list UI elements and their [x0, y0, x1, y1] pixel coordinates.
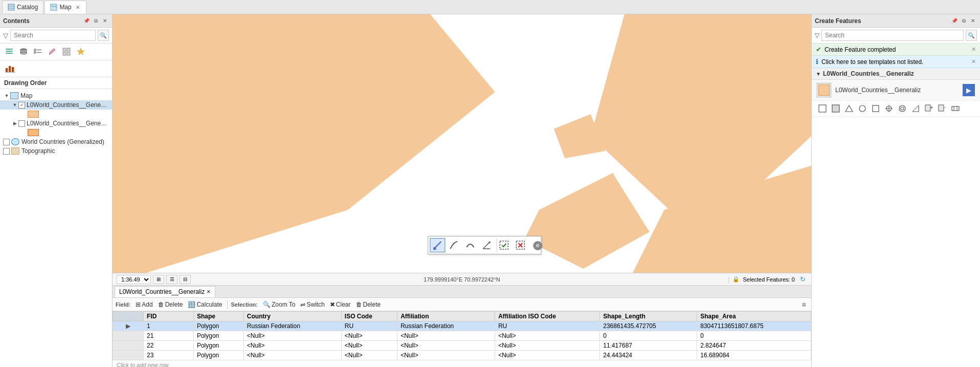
col-header-country[interactable]: Country: [243, 312, 341, 321]
scale-btn1[interactable]: ⊞: [153, 275, 164, 284]
cf-tool-rect[interactable]: [830, 103, 841, 114]
col-header-shape-length[interactable]: Shape_Length: [600, 312, 697, 321]
col-header-arrow: [113, 312, 144, 321]
create-features-header: Create Features 📌 ⧉ ✕: [812, 14, 980, 28]
delete-field-btn[interactable]: 🗑 Delete: [156, 299, 185, 310]
panel-undock-btn[interactable]: ⧉: [92, 17, 100, 25]
selection-label: Selection:: [231, 301, 258, 308]
star-btn[interactable]: [75, 46, 87, 58]
cf-tool-angle[interactable]: [910, 103, 921, 114]
contents-search-input[interactable]: [10, 30, 96, 41]
col-header-fid[interactable]: FID: [144, 312, 194, 321]
tree-checkbox-world[interactable]: [3, 139, 10, 145]
cf-tool-square[interactable]: [870, 103, 881, 114]
cf-tool-export[interactable]: [937, 103, 948, 114]
table-toolbar: Field: ⊞ Add 🗑 Delete 🔢 Calculate Select…: [113, 298, 811, 311]
success-close-btn[interactable]: ✕: [971, 46, 976, 53]
col-header-shape-area[interactable]: Shape_Area: [697, 312, 811, 321]
col-header-iso[interactable]: ISO Code: [341, 312, 397, 321]
cf-tool-triangle[interactable]: [843, 103, 855, 114]
delete-selection-btn[interactable]: 🗑 Delete: [354, 299, 383, 310]
check-filter-btn[interactable]: [32, 46, 44, 58]
tree-expand-l0world2[interactable]: ▶: [11, 120, 18, 127]
right-pin-btn[interactable]: 📌: [950, 17, 959, 25]
col-header-affiliation[interactable]: Affiliation: [397, 312, 495, 321]
cf-tool-circle[interactable]: [857, 103, 868, 114]
col-header-affil-iso[interactable]: Affiliation ISO Code: [495, 312, 600, 321]
map-tab-close[interactable]: ✕: [75, 4, 81, 10]
right-undock-btn[interactable]: ⧉: [960, 17, 968, 25]
scale-btn2[interactable]: ☰: [166, 275, 177, 284]
chart-icon[interactable]: [4, 62, 16, 75]
map-container[interactable]: ⚙: [113, 14, 811, 273]
drawing-settings-btn[interactable]: ⚙: [533, 241, 542, 250]
tree-expand-map[interactable]: ▼: [3, 92, 10, 99]
cf-search-btn[interactable]: 🔍: [966, 30, 977, 41]
cf-tool-pointer[interactable]: [817, 103, 828, 114]
section-expand-icon[interactable]: ▼: [816, 71, 821, 77]
refresh-btn[interactable]: ↻: [798, 275, 807, 284]
list-view-btn[interactable]: [3, 46, 15, 58]
table-tab-l0world[interactable]: L0World_Countries__Generaliz ✕: [115, 286, 215, 297]
create-features-title: Create Features: [815, 17, 861, 25]
tree-expand-l0world[interactable]: ▼: [11, 101, 18, 109]
calculate-btn[interactable]: 🔢 Calculate: [186, 299, 224, 310]
scale-btn3[interactable]: ⊟: [180, 275, 191, 284]
svg-point-42: [859, 105, 865, 112]
cylinder-btn[interactable]: [17, 46, 30, 58]
grid-btn[interactable]: [60, 46, 73, 58]
cf-tool-import[interactable]: [923, 103, 934, 114]
svg-rect-18: [67, 52, 70, 55]
drawing-order-header: Drawing Order: [0, 77, 112, 89]
cf-tool-ring[interactable]: [897, 103, 908, 114]
feature-arrow-btn[interactable]: ▶: [963, 84, 975, 96]
cf-section-header[interactable]: ▼ L0World_Countries__Generaliz: [812, 68, 980, 80]
draw-curve-btn[interactable]: [446, 238, 461, 252]
info-notification[interactable]: ℹ Click here to see templates not listed…: [812, 56, 980, 68]
panel-pin-btn[interactable]: 📌: [82, 17, 91, 25]
tree-label-world-countries: World Countries (Generalized): [21, 138, 104, 145]
cf-tool-crosshair[interactable]: [883, 103, 895, 114]
tab-map[interactable]: Map ✕: [44, 1, 86, 14]
tree-checkbox-topo[interactable]: [3, 148, 10, 155]
table-content[interactable]: FID Shape Country ISO Code Affiliation A…: [113, 311, 811, 367]
draw-cancel-btn[interactable]: [513, 238, 528, 252]
cf-search-input[interactable]: [821, 30, 964, 41]
draw-angle-btn[interactable]: [479, 238, 494, 252]
col-header-shape[interactable]: Shape: [193, 312, 243, 321]
add-field-btn[interactable]: ⊞ Add: [133, 299, 154, 310]
tree-checkbox-l0world[interactable]: [18, 102, 25, 109]
tree-item-l0world-checked[interactable]: ▼ L0World_Countries__Generaliz: [0, 100, 112, 110]
zoom-icon: 🔍: [263, 301, 271, 308]
switch-btn[interactable]: ⇌ Switch: [298, 299, 326, 310]
zoom-to-btn[interactable]: 🔍 Zoom To: [261, 299, 297, 310]
table-row[interactable]: 21Polygon<Null><Null><Null><Null>00: [113, 331, 811, 341]
color-swatch-1: [28, 111, 39, 118]
tree-item-world-countries[interactable]: World Countries (Generalized): [0, 137, 112, 146]
table-row[interactable]: ▶1PolygonRussian FederationRURussian Fed…: [113, 321, 811, 331]
tree-label-l0world-checked: L0World_Countries__Generaliz: [27, 101, 109, 109]
edit-btn[interactable]: [46, 46, 58, 58]
right-close-btn[interactable]: ✕: [969, 17, 977, 25]
info-close-btn[interactable]: ✕: [971, 58, 976, 65]
table-row[interactable]: 22Polygon<Null><Null><Null><Null>11.4176…: [113, 341, 811, 351]
tab-catalog[interactable]: Catalog: [2, 1, 43, 14]
draw-line-btn[interactable]: [430, 238, 445, 252]
tree-item-map[interactable]: ▼ Map: [0, 91, 112, 100]
scale-dropdown[interactable]: 1:36.49: [117, 275, 151, 284]
right-panel-controls: 📌 ⧉ ✕: [950, 17, 977, 25]
contents-search-btn[interactable]: 🔍: [98, 30, 109, 41]
draw-arc-btn[interactable]: [462, 238, 478, 252]
panel-close-btn[interactable]: ✕: [101, 17, 109, 25]
table-row[interactable]: 23Polygon<Null><Null><Null><Null>24.4434…: [113, 351, 811, 360]
cf-tool-extra[interactable]: [950, 103, 961, 114]
tree-item-l0world-unchecked[interactable]: ▶ L0World_Countries__Generaliz: [0, 119, 112, 128]
tree-checkbox-l0world2[interactable]: [18, 120, 25, 127]
cf-feature-item[interactable]: L0World_Countries__Generaliz ▶: [812, 80, 980, 101]
table-menu-btn[interactable]: ≡: [800, 300, 808, 309]
add-row-hint[interactable]: Click to add new row.: [113, 360, 811, 367]
table-tab-close[interactable]: ✕: [207, 289, 211, 294]
draw-finish-btn[interactable]: [496, 238, 511, 252]
clear-btn[interactable]: ✖ Clear: [328, 299, 353, 310]
tree-item-topographic[interactable]: Topographic: [0, 146, 112, 156]
